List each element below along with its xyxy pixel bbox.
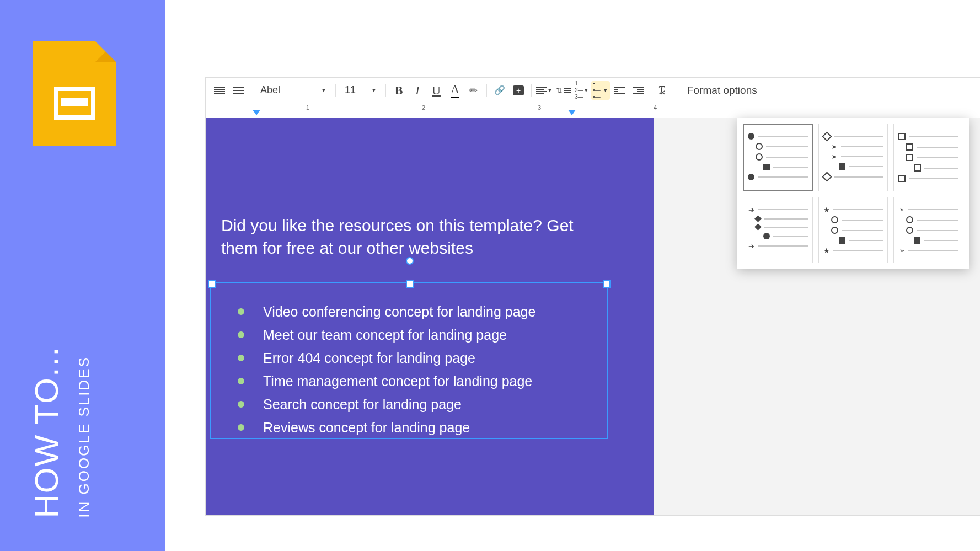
- svg-marker-0: [253, 110, 260, 115]
- list-item: Error 404 concept for landing page: [238, 346, 535, 370]
- ruler-mark: 1: [306, 104, 309, 111]
- clear-formatting-button[interactable]: T✕: [655, 81, 673, 100]
- bullet-icon: [238, 424, 244, 431]
- list-item: Meet our team concept for landing page: [238, 323, 535, 346]
- bullet-style-menu: [737, 118, 969, 269]
- bullet-option-diamond[interactable]: [818, 124, 888, 191]
- ruler-mark: 2: [422, 104, 425, 111]
- indent-marker[interactable]: [253, 110, 260, 117]
- bold-button[interactable]: B: [389, 81, 408, 100]
- bullet-icon: [238, 378, 244, 384]
- font-size-value: 11: [345, 84, 356, 96]
- font-size-select[interactable]: 11▼: [339, 81, 382, 100]
- font-name: Abel: [260, 84, 280, 96]
- text-align-button[interactable]: ▼: [535, 81, 554, 100]
- insert-link-button[interactable]: 🔗: [490, 81, 509, 100]
- bullet-option-chevron[interactable]: [893, 197, 963, 263]
- bullet-option-arrow[interactable]: [743, 197, 813, 263]
- bullet-list[interactable]: Video conferencing concept for landing p…: [238, 300, 535, 439]
- app-area: Abel▼ 11▼ B I U A ✎ 🔗 + ▼ ⇅ 1—2—3—▼ •—•—…: [165, 0, 980, 551]
- list-item: Time management concept for landing page: [238, 370, 535, 393]
- howto-title: HOW TO...: [28, 346, 66, 518]
- toolbar: Abel▼ 11▼ B I U A ✎ 🔗 + ▼ ⇅ 1—2—3—▼ •—•—…: [206, 78, 980, 103]
- list-item: Video conferencing concept for landing p…: [238, 300, 535, 323]
- list-item: Search concept for landing page: [238, 393, 535, 416]
- numbered-list-button[interactable]: 1—2—3—▼: [572, 81, 591, 100]
- list-item: Reviews concept for landing page: [238, 416, 535, 439]
- slides-logo: [33, 41, 116, 146]
- add-comment-button[interactable]: +: [509, 81, 528, 100]
- line-spacing-icon[interactable]: [229, 81, 248, 100]
- highlight-button[interactable]: ✎: [464, 81, 483, 100]
- bullet-icon: [238, 331, 244, 338]
- bullet-option-star[interactable]: [818, 197, 888, 263]
- slide-heading[interactable]: Did you like the resources on this templ…: [221, 215, 599, 259]
- resize-handle[interactable]: [406, 280, 414, 288]
- canvas[interactable]: Did you like the resources on this templ…: [206, 118, 980, 515]
- resize-handle[interactable]: [603, 280, 611, 288]
- bullet-icon: [238, 308, 244, 315]
- bullet-option-disc[interactable]: [743, 124, 813, 191]
- paragraph-spacing-button[interactable]: ⇅: [554, 81, 572, 100]
- howto-subtitle: IN GOOGLE SLIDES: [76, 356, 93, 518]
- left-panel: HOW TO... IN GOOGLE SLIDES: [0, 0, 165, 551]
- bullet-icon: [238, 355, 244, 361]
- font-select[interactable]: Abel▼: [255, 81, 332, 100]
- bullet-option-square[interactable]: [893, 124, 963, 191]
- ruler-mark: 3: [538, 104, 541, 111]
- text-color-button[interactable]: A: [446, 81, 464, 100]
- rotate-handle[interactable]: [406, 257, 414, 265]
- resize-handle[interactable]: [208, 280, 216, 288]
- dropdown-icon: ▼: [321, 87, 326, 93]
- slide[interactable]: Did you like the resources on this templ…: [206, 118, 654, 515]
- ruler-mark: 4: [654, 104, 657, 111]
- decrease-indent-button[interactable]: [610, 81, 629, 100]
- dropdown-icon: ▼: [371, 87, 377, 93]
- ruler[interactable]: 1 2 3 4: [206, 103, 980, 119]
- increase-indent-button[interactable]: [629, 81, 647, 100]
- svg-marker-1: [568, 110, 576, 115]
- bullet-icon: [238, 401, 244, 408]
- format-options-button[interactable]: Format options: [681, 84, 764, 97]
- align-left-icon[interactable]: [210, 81, 229, 100]
- indent-marker-right[interactable]: [568, 110, 576, 117]
- underline-button[interactable]: U: [427, 81, 446, 100]
- italic-button[interactable]: I: [408, 81, 427, 100]
- bulleted-list-button[interactable]: •—•—•—▼: [591, 81, 610, 100]
